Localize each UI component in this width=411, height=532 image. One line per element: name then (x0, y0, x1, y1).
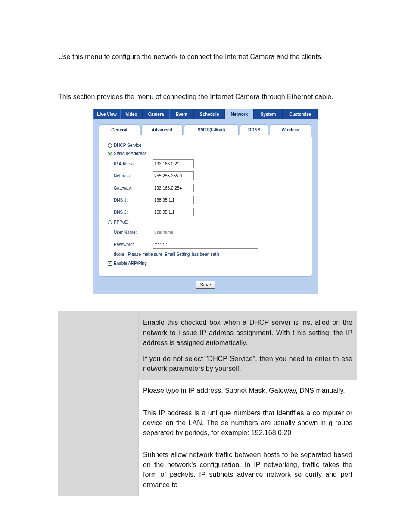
tab-camera[interactable]: Camera (143, 109, 169, 119)
general-form-panel: DHCP Service Static IP Address: IP Addre… (99, 135, 312, 277)
ip-input[interactable] (153, 159, 194, 168)
static-label: Static IP Address: (114, 151, 148, 156)
username-label: User Name: (114, 230, 153, 235)
checkbox-icon (108, 261, 112, 266)
desc-dhcp-p1: Enable this checked box when a DHCP serv… (143, 317, 352, 348)
tab-event[interactable]: Event (169, 109, 194, 119)
dhcp-radio-row[interactable]: DHCP Service (108, 143, 303, 148)
desc-dhcp-p2: If you do not select "DHCP Service", the… (143, 354, 352, 373)
pppoe-label: PPPoE: (114, 220, 129, 224)
description-table: Enable this checked box when a DHCP serv… (58, 311, 357, 495)
desc-left-static (58, 380, 139, 401)
tab-video[interactable]: Video (120, 109, 143, 119)
save-button[interactable]: Save (196, 281, 215, 289)
email-note: (Note : Please make sure 'Email Setting'… (108, 252, 303, 257)
desc-ip-p1: This IP address is a uni que numbers tha… (143, 408, 352, 438)
main-tab-bar: Live View Video Camera Event Schedule Ne… (93, 109, 318, 119)
gateway-input[interactable] (153, 184, 194, 192)
pppoe-radio-row[interactable]: PPPoE: (108, 220, 303, 224)
general-paragraph: This section provides the menu of connec… (58, 92, 353, 102)
radio-icon (108, 220, 112, 224)
desc-netmask-p1: Subnets allow network traffic between ho… (143, 450, 352, 490)
password-input[interactable] (153, 240, 258, 249)
desc-left-netmask (58, 444, 139, 496)
intro-paragraph: Use this menu to configure the network t… (58, 52, 353, 62)
dhcp-label: DHCP Service (114, 143, 141, 148)
desc-static-p1: Please type in IP address, Subnet Mask, … (143, 386, 352, 395)
tab-network[interactable]: Network (225, 109, 254, 119)
tab-live-view[interactable]: Live View (93, 109, 120, 119)
gateway-label: Gateway: (114, 186, 153, 190)
dns1-input[interactable] (153, 196, 194, 204)
arp-label: Enable ARP/Ping (114, 261, 147, 266)
subtab-wireless[interactable]: Wireless (270, 124, 311, 135)
ip-label: IP Address: (114, 162, 153, 166)
dns1-label: DNS 1: (114, 198, 153, 202)
subtab-ddns[interactable]: DDNS (240, 124, 268, 135)
netmask-label: Netmask: (114, 174, 153, 178)
dns2-input[interactable] (153, 208, 194, 216)
sub-tab-bar: General Advanced SMTP(E-Mail) DDNS Wirel… (99, 124, 312, 135)
tab-schedule[interactable]: Schedule (194, 109, 225, 119)
tab-system[interactable]: System (254, 109, 283, 119)
radio-icon (108, 152, 112, 156)
tab-customize[interactable]: Customize (283, 109, 318, 119)
subtab-general[interactable]: General (99, 124, 140, 135)
desc-left-ip (58, 402, 139, 444)
static-radio-row[interactable]: Static IP Address: (108, 151, 303, 156)
subtab-advanced[interactable]: Advanced (141, 124, 183, 135)
network-settings-ui: Live View Video Camera Event Schedule Ne… (93, 109, 318, 294)
username-input[interactable] (153, 228, 258, 236)
subtab-smtp[interactable]: SMTP(E-Mail) (184, 124, 239, 135)
radio-icon (108, 143, 112, 148)
netmask-input[interactable] (153, 171, 194, 180)
dns2-label: DNS 2: (114, 210, 153, 215)
desc-left-dhcp (58, 311, 139, 380)
password-label: Password: (114, 242, 153, 247)
arp-check-row[interactable]: Enable ARP/Ping (108, 261, 303, 266)
